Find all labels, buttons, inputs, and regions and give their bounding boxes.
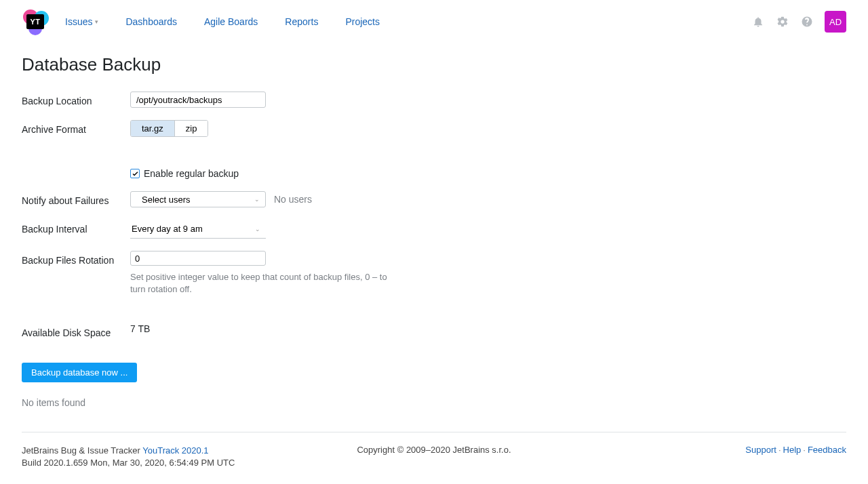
rotation-input[interactable] xyxy=(130,251,266,266)
label-backup-interval: Backup Interval xyxy=(22,220,130,235)
logo-text: YT xyxy=(30,18,40,26)
rotation-hint: Set positive integer value to keep that … xyxy=(130,271,401,295)
chevron-down-icon: ⌄ xyxy=(254,196,260,203)
label-archive-format: Archive Format xyxy=(22,120,130,135)
page-content: Database Backup Backup Location Archive … xyxy=(0,43,868,408)
bell-icon[interactable] xyxy=(751,15,765,28)
label-notify-failures: Notify about Failures xyxy=(22,191,130,206)
footer-product-prefix: JetBrains Bug & Issue Tracker xyxy=(22,445,142,456)
main-nav: Issues ▾ Dashboards Agile Boards Reports… xyxy=(65,16,751,27)
disk-space-value: 7 TB xyxy=(130,323,150,334)
select-users-dropdown[interactable]: Select users ⌄ xyxy=(130,191,266,207)
enable-regular-backup-checkbox[interactable] xyxy=(130,169,140,178)
app-header: YT Issues ▾ Dashboards Agile Boards Repo… xyxy=(0,0,868,43)
nav-dashboards[interactable]: Dashboards xyxy=(125,16,177,27)
backup-now-button[interactable]: Backup database now ... xyxy=(22,363,137,382)
page-title: Database Backup xyxy=(22,54,846,75)
label-disk-space: Available Disk Space xyxy=(22,323,130,338)
nav-issues-label: Issues xyxy=(65,16,92,27)
chevron-down-icon: ▾ xyxy=(95,18,98,25)
backup-location-input[interactable] xyxy=(130,92,266,108)
nav-issues[interactable]: Issues ▾ xyxy=(65,16,98,27)
archive-format-segment: tar.gz zip xyxy=(130,120,208,137)
label-rotation: Backup Files Rotation xyxy=(22,251,130,266)
footer-feedback-link[interactable]: Feedback xyxy=(808,445,846,455)
label-backup-location: Backup Location xyxy=(22,92,130,106)
gear-icon[interactable] xyxy=(776,15,789,28)
format-zip-button[interactable]: zip xyxy=(174,121,208,136)
footer-support-link[interactable]: Support xyxy=(745,445,776,455)
nav-reports[interactable]: Reports xyxy=(285,16,318,27)
avatar[interactable]: AD xyxy=(825,11,846,33)
backup-interval-dropdown[interactable]: Every day at 9 am ⌄ xyxy=(130,220,266,239)
footer-help-link[interactable]: Help xyxy=(783,445,802,455)
no-users-text: No users xyxy=(274,191,312,205)
nav-projects[interactable]: Projects xyxy=(345,16,380,27)
page-footer: JetBrains Bug & Issue Tracker YouTrack 2… xyxy=(22,432,846,469)
chevron-down-icon: ⌄ xyxy=(255,226,260,233)
app-logo[interactable]: YT xyxy=(22,8,49,35)
footer-build: Build 2020.1.659 Mon, Mar 30, 2020, 6:54… xyxy=(22,458,235,468)
nav-agile-boards[interactable]: Agile Boards xyxy=(204,16,258,27)
footer-copyright: Copyright © 2009–2020 JetBrains s.r.o. xyxy=(296,445,571,469)
footer-product-link[interactable]: YouTrack 2020.1 xyxy=(142,445,208,456)
help-icon[interactable] xyxy=(800,15,814,28)
label-enable-regular: Enable regular backup xyxy=(144,168,239,179)
header-icons: AD xyxy=(751,11,846,33)
no-items-text: No items found xyxy=(22,397,846,408)
format-targz-button[interactable]: tar.gz xyxy=(131,121,174,136)
